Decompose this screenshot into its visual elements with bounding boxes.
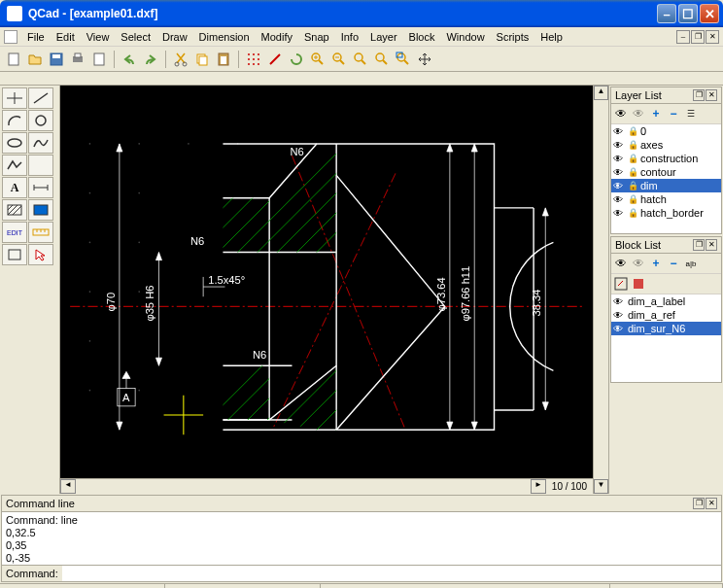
dimension-tool[interactable] bbox=[28, 177, 53, 198]
block-edit-button[interactable] bbox=[613, 276, 629, 292]
mdi-min-button[interactable]: – bbox=[676, 30, 690, 44]
vertical-scrollbar[interactable]: ▲ ▼ bbox=[593, 86, 608, 494]
eye-icon[interactable]: 👁 bbox=[613, 194, 625, 205]
menu-scripts[interactable]: Scripts bbox=[491, 29, 535, 45]
new-button[interactable] bbox=[4, 50, 23, 69]
zoom-in-button[interactable] bbox=[308, 50, 327, 69]
line-tool[interactable] bbox=[28, 87, 53, 109]
image-tool[interactable] bbox=[28, 199, 53, 221]
menu-window[interactable]: Window bbox=[440, 29, 490, 45]
draft-button[interactable] bbox=[265, 50, 285, 69]
measure-tool[interactable] bbox=[28, 222, 53, 243]
redraw-button[interactable] bbox=[287, 50, 306, 69]
layer-edit-button[interactable]: ☰ bbox=[683, 106, 699, 121]
block-vis-all-icon[interactable]: 👁 bbox=[613, 256, 629, 271]
menu-edit[interactable]: Edit bbox=[51, 29, 81, 45]
block-add-button[interactable]: + bbox=[648, 256, 664, 271]
eye-icon[interactable]: 👁 bbox=[613, 181, 625, 191]
block-remove-button[interactable]: − bbox=[666, 256, 681, 271]
block-insert-button[interactable] bbox=[631, 276, 646, 292]
horizontal-scrollbar[interactable]: ◄ ► 10 / 100 bbox=[60, 478, 593, 494]
panel-close-button[interactable]: ✕ bbox=[706, 89, 717, 101]
layer-list[interactable]: 👁🔒0 👁🔒axes 👁🔒construction 👁🔒contour 👁🔒di… bbox=[611, 124, 721, 233]
ellipse-tool[interactable] bbox=[2, 132, 27, 154]
eye-icon[interactable]: 👁 bbox=[613, 126, 625, 137]
redo-button[interactable] bbox=[141, 50, 160, 69]
drawing-canvas[interactable]: φ70 φ35 H6 1.5x45° φ73.64 φ97.66 h11 38.… bbox=[60, 86, 593, 478]
layer-vis-none-icon[interactable]: 👁 bbox=[631, 106, 646, 121]
grid-button[interactable] bbox=[244, 50, 263, 69]
layer-vis-all-icon[interactable]: 👁 bbox=[613, 106, 629, 121]
open-button[interactable] bbox=[25, 50, 45, 69]
lock-icon[interactable]: 🔒 bbox=[628, 208, 637, 218]
menu-info[interactable]: Info bbox=[335, 29, 364, 45]
lock-icon[interactable]: 🔒 bbox=[628, 154, 637, 163]
command-history[interactable]: Command: line 0,32.5 0,35 0,-35 bbox=[2, 512, 721, 565]
panel-close-button[interactable]: ✕ bbox=[706, 239, 717, 251]
block-vis-none-icon[interactable]: 👁 bbox=[631, 256, 646, 271]
mdi-restore-button[interactable]: ❐ bbox=[691, 30, 705, 44]
panel-close-button[interactable]: ✕ bbox=[706, 498, 717, 509]
command-input[interactable] bbox=[62, 566, 721, 581]
menu-draw[interactable]: Draw bbox=[156, 29, 193, 45]
print-preview-button[interactable] bbox=[89, 50, 109, 69]
eye-icon[interactable]: 👁 bbox=[613, 208, 625, 219]
menu-snap[interactable]: Snap bbox=[298, 29, 335, 45]
lock-icon[interactable]: 🔒 bbox=[628, 194, 637, 204]
eye-icon[interactable]: 👁 bbox=[613, 140, 625, 151]
eye-icon[interactable]: 👁 bbox=[613, 154, 625, 164]
scroll-right-button[interactable]: ► bbox=[531, 479, 546, 494]
polyline-tool[interactable] bbox=[2, 155, 27, 176]
save-button[interactable] bbox=[47, 50, 66, 69]
zoom-out-button[interactable] bbox=[329, 50, 349, 69]
block-list-title: Block List bbox=[615, 239, 692, 251]
lock-icon[interactable]: 🔒 bbox=[628, 126, 637, 136]
select-tool[interactable] bbox=[28, 244, 53, 265]
panel-undock-button[interactable]: ❐ bbox=[693, 239, 705, 251]
layer-remove-button[interactable]: − bbox=[666, 106, 681, 121]
zoom-auto-button[interactable] bbox=[351, 50, 370, 69]
menu-block[interactable]: Block bbox=[403, 29, 441, 45]
block-list[interactable]: 👁dim_a_label 👁dim_a_ref 👁dim_sur_N6 bbox=[611, 294, 721, 382]
block-tool[interactable] bbox=[2, 244, 27, 265]
minimize-button[interactable]: – bbox=[657, 4, 676, 23]
hatch-tool[interactable] bbox=[2, 199, 27, 221]
edit-tool[interactable]: EDIT bbox=[2, 222, 27, 243]
arc-tool[interactable] bbox=[2, 110, 27, 131]
circle-tool[interactable] bbox=[28, 110, 53, 131]
mdi-close-button[interactable]: ✕ bbox=[706, 30, 719, 44]
zoom-prev-button[interactable] bbox=[372, 50, 392, 69]
menu-modify[interactable]: Modify bbox=[256, 29, 298, 45]
spline-tool[interactable] bbox=[28, 132, 53, 154]
eye-icon[interactable]: 👁 bbox=[613, 296, 625, 307]
menu-select[interactable]: Select bbox=[115, 29, 156, 45]
scroll-left-button[interactable]: ◄ bbox=[60, 479, 76, 494]
point-tool[interactable] bbox=[2, 87, 27, 109]
panel-undock-button[interactable]: ❐ bbox=[693, 89, 705, 101]
copy-button[interactable] bbox=[192, 50, 212, 69]
menu-help[interactable]: Help bbox=[534, 29, 568, 45]
close-button[interactable]: ✕ bbox=[700, 4, 719, 23]
menu-layer[interactable]: Layer bbox=[364, 29, 403, 45]
eye-icon[interactable]: 👁 bbox=[613, 310, 625, 321]
print-button[interactable] bbox=[68, 50, 87, 69]
undo-button[interactable] bbox=[120, 50, 139, 69]
menu-file[interactable]: File bbox=[21, 29, 51, 45]
block-rename-button[interactable]: a|b bbox=[683, 256, 699, 271]
svg-rect-47 bbox=[34, 205, 48, 215]
panel-undock-button[interactable]: ❐ bbox=[693, 498, 705, 509]
maximize-button[interactable]: ☐ bbox=[678, 4, 698, 23]
eye-icon[interactable]: 👁 bbox=[613, 324, 625, 334]
lock-icon[interactable]: 🔒 bbox=[628, 181, 637, 190]
eye-icon[interactable]: 👁 bbox=[613, 167, 625, 178]
lock-icon[interactable]: 🔒 bbox=[628, 167, 637, 177]
pan-button[interactable] bbox=[415, 50, 434, 69]
menu-dimension[interactable]: Dimension bbox=[193, 29, 256, 45]
zoom-window-button[interactable] bbox=[394, 50, 413, 69]
paste-button[interactable] bbox=[214, 50, 233, 69]
layer-add-button[interactable]: + bbox=[648, 106, 664, 121]
cut-button[interactable] bbox=[171, 50, 190, 69]
menu-view[interactable]: View bbox=[81, 29, 116, 45]
lock-icon[interactable]: 🔒 bbox=[628, 140, 637, 150]
text-tool[interactable]: A bbox=[2, 177, 27, 198]
